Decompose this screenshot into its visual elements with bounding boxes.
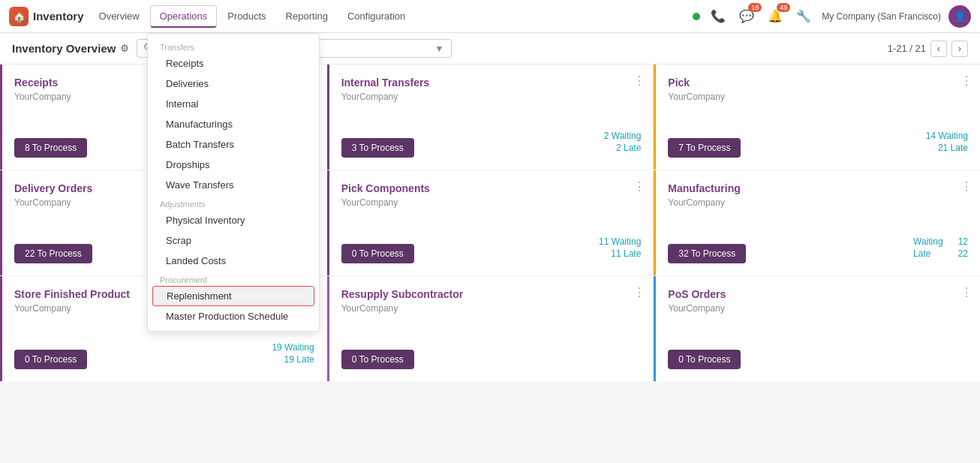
top-navigation: 🏠 Inventory Overview Operations Products…: [0, 0, 980, 33]
dropdown-master-production[interactable]: Master Production Schedule: [148, 306, 319, 326]
dropdown-overlay: Transfers Receipts Deliveries Internal M…: [0, 33, 980, 381]
dropdown-section-procurement: Procurement: [148, 271, 319, 286]
app-logo[interactable]: 🏠 Inventory: [9, 7, 84, 26]
dropdown-receipts[interactable]: Receipts: [148, 53, 319, 74]
nav-configuration[interactable]: Configuration: [338, 6, 414, 26]
messages-badge: 18: [748, 3, 762, 12]
phone-icon-btn[interactable]: 📞: [708, 6, 729, 27]
nav-items: Overview Operations Products Reporting C…: [90, 5, 693, 28]
nav-overview[interactable]: Overview: [90, 6, 149, 26]
dropdown-manufacturings[interactable]: Manufacturings: [148, 114, 319, 134]
app-name: Inventory: [33, 10, 84, 23]
dropdown-menu: Transfers Receipts Deliveries Internal M…: [147, 33, 320, 332]
nav-products[interactable]: Products: [218, 6, 275, 26]
user-avatar[interactable]: 👤: [948, 5, 971, 28]
dropdown-scrap[interactable]: Scrap: [148, 230, 319, 251]
nav-right: 📞 💬 18 🔔 49 🔧 My Company (San Francisco)…: [693, 5, 971, 28]
company-name[interactable]: My Company (San Francisco): [822, 11, 941, 22]
nav-operations[interactable]: Operations: [150, 5, 218, 28]
status-indicator: [693, 13, 700, 20]
dropdown-dropships[interactable]: Dropships: [148, 155, 319, 175]
dropdown-internal[interactable]: Internal: [148, 94, 319, 114]
notifications-badge: 49: [777, 3, 790, 12]
dropdown-batch-transfers[interactable]: Batch Transfers: [148, 134, 319, 155]
dropdown-landed-costs[interactable]: Landed Costs: [148, 251, 319, 271]
logo-icon: 🏠: [9, 7, 29, 26]
dropdown-wave-transfers[interactable]: Wave Transfers: [148, 175, 319, 195]
notifications-icon-btn[interactable]: 🔔 49: [765, 6, 786, 27]
dropdown-physical-inventory[interactable]: Physical Inventory: [148, 210, 319, 230]
dropdown-deliveries[interactable]: Deliveries: [148, 74, 319, 94]
messages-icon-btn[interactable]: 💬 18: [736, 6, 757, 27]
nav-reporting[interactable]: Reporting: [277, 6, 337, 26]
dropdown-replenishment[interactable]: Replenishment: [152, 286, 314, 306]
settings-icon-btn[interactable]: 🔧: [793, 6, 814, 27]
dropdown-section-transfers: Transfers: [148, 38, 319, 53]
dropdown-section-adjustments: Adjustments: [148, 195, 319, 210]
